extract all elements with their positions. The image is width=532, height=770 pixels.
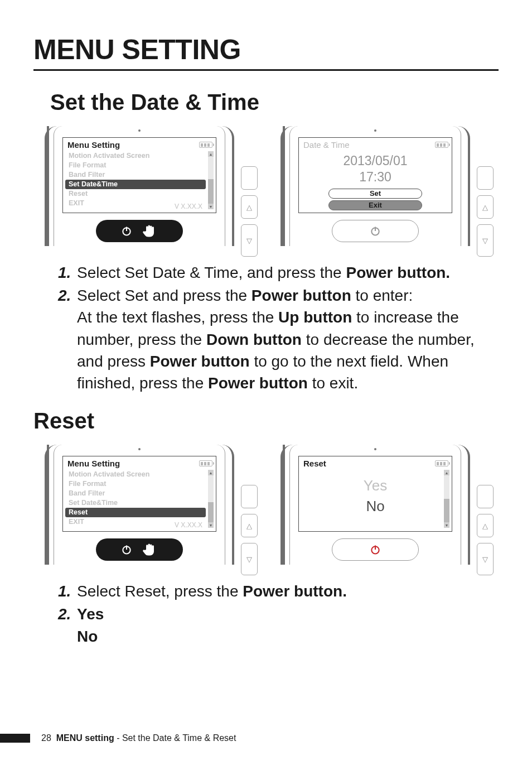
datetime-display: 2013/05/01 17:30: [299, 153, 452, 185]
side-down-button: ▽: [477, 224, 494, 257]
footer-rest: - Set the Date & Time & Reset: [114, 733, 236, 743]
instruction-text: YesNo: [77, 603, 487, 647]
screen-title: Menu Setting: [67, 459, 120, 468]
screen-header: Date & Time: [299, 138, 452, 151]
version-text: V X.XX.X: [175, 521, 202, 529]
footer-chapter: MENU setting: [56, 733, 114, 743]
instruction-text: Select Set Date & Time, and press the Po…: [77, 262, 487, 283]
screen-reset: Reset Yes No ▲ ▼: [298, 456, 452, 532]
screen-menu-b: Menu Setting Motion Activated Screen Fil…: [62, 456, 216, 532]
device-menu-a: Menu Setting Motion Activated Screen Fil…: [45, 126, 263, 246]
datetime-buttons: Set Exit: [299, 189, 452, 210]
menu-item: Band Filter: [67, 170, 205, 180]
reset-options: Yes No: [299, 474, 452, 518]
section-set-date-time-title: Set the Date & Time: [50, 90, 499, 115]
device-datetime: Date & Time 2013/05/01 17:30 Set Exit △ …: [280, 126, 499, 246]
power-icon: [370, 544, 381, 555]
side-up-button: △: [241, 514, 258, 537]
side-buttons: △ ▽: [241, 485, 258, 575]
footer-bar: [0, 734, 30, 743]
datetime-screens-row: Menu Setting Motion Activated Screen Fil…: [45, 126, 499, 246]
instructions-reset: 1. Select Reset, press the Power button.…: [58, 580, 487, 647]
reset-no: No: [366, 498, 384, 515]
battery-icon: [199, 460, 212, 466]
scroll-up-icon: ▲: [208, 470, 214, 475]
power-button-outline: [332, 220, 419, 242]
menu-item: Band Filter: [67, 489, 205, 498]
side-buttons: △ ▽: [477, 485, 494, 575]
menu-item: Motion Activated Screen: [67, 470, 205, 479]
scrollbar: ▲ ▼: [444, 470, 449, 528]
scrollbar: ▲ ▼: [208, 470, 214, 528]
page-title: MENU SETTING: [33, 33, 499, 66]
side-up-button: △: [241, 195, 258, 219]
screen-menu-a: Menu Setting Motion Activated Screen Fil…: [62, 137, 216, 213]
power-icon: [121, 225, 132, 237]
set-button: Set: [328, 189, 422, 199]
list-number: 1.: [58, 580, 77, 602]
time-value: 17:30: [299, 169, 452, 185]
power-button-dark: [96, 538, 183, 561]
instruction-text: Select Set and press the Power button to…: [77, 285, 487, 394]
power-icon: [121, 544, 132, 555]
menu-list-a: Motion Activated Screen File Format Band…: [67, 151, 205, 210]
side-buttons: △ ▽: [477, 166, 494, 257]
power-button-dark: [96, 220, 183, 242]
scroll-down-icon: ▼: [208, 204, 214, 209]
scroll-up-icon: ▲: [208, 151, 214, 157]
menu-item: Motion Activated Screen: [67, 151, 205, 161]
menu-item: Set Date&Time: [67, 498, 205, 508]
screen-header: Menu Setting: [63, 138, 216, 151]
section-reset-title: Reset: [33, 408, 499, 434]
date-value: 2013/05/01: [299, 153, 452, 169]
screen-title: Menu Setting: [67, 140, 120, 150]
power-icon: [370, 225, 381, 237]
screen-title: Reset: [303, 459, 326, 468]
side-down-button: ▽: [241, 543, 258, 575]
menu-item-selected: Set Date&Time: [65, 180, 206, 189]
list-number: 2.: [58, 285, 77, 394]
scroll-down-icon: ▼: [208, 522, 214, 528]
page-footer: 28 MENU setting - Set the Date & Time & …: [0, 733, 236, 743]
camera-dot: [374, 129, 376, 132]
device-reset: Reset Yes No ▲ ▼ △ ▽: [280, 445, 499, 565]
side-button-top: [241, 166, 258, 190]
menu-list-b: Motion Activated Screen File Format Band…: [67, 470, 205, 529]
camera-dot: [138, 448, 141, 450]
menu-item: Reset: [67, 189, 205, 199]
instruction-text: Select Reset, press the Power button.: [77, 580, 487, 602]
instructions-datetime: 1. Select Set Date & Time, and press the…: [58, 262, 487, 394]
side-button-top: [477, 166, 494, 190]
exit-button: Exit: [328, 200, 422, 210]
hand-icon: [142, 542, 158, 557]
list-number: 1.: [58, 262, 77, 283]
battery-icon: [435, 460, 448, 466]
power-button-outline: [332, 538, 419, 561]
version-text: V X.XX.X: [175, 203, 202, 210]
scroll-down-icon: ▼: [444, 522, 449, 528]
reset-yes: Yes: [364, 477, 387, 494]
side-down-button: ▽: [477, 543, 494, 575]
title-divider: [33, 69, 499, 71]
side-button-top: [241, 485, 258, 508]
camera-dot: [374, 448, 376, 450]
scroll-thumb: [208, 179, 214, 205]
camera-dot: [138, 129, 141, 132]
list-number: 2.: [58, 603, 77, 647]
screen-header: Menu Setting: [63, 456, 216, 469]
menu-item: File Format: [67, 161, 205, 170]
battery-icon: [435, 142, 448, 148]
side-button-top: [477, 485, 494, 508]
menu-item: File Format: [67, 479, 205, 489]
hand-icon: [142, 224, 158, 238]
screen-datetime: Date & Time 2013/05/01 17:30 Set Exit: [298, 137, 452, 213]
menu-item-selected: Reset: [65, 508, 206, 517]
scroll-thumb: [444, 499, 449, 522]
footer-text: 28 MENU setting - Set the Date & Time & …: [41, 733, 236, 743]
side-buttons: △ ▽: [241, 166, 258, 257]
side-up-button: △: [477, 514, 494, 537]
footer-page-number: 28: [41, 733, 51, 743]
scrollbar: ▲ ▼: [208, 151, 214, 209]
screen-header: Reset: [299, 456, 452, 469]
side-down-button: ▽: [241, 224, 258, 257]
